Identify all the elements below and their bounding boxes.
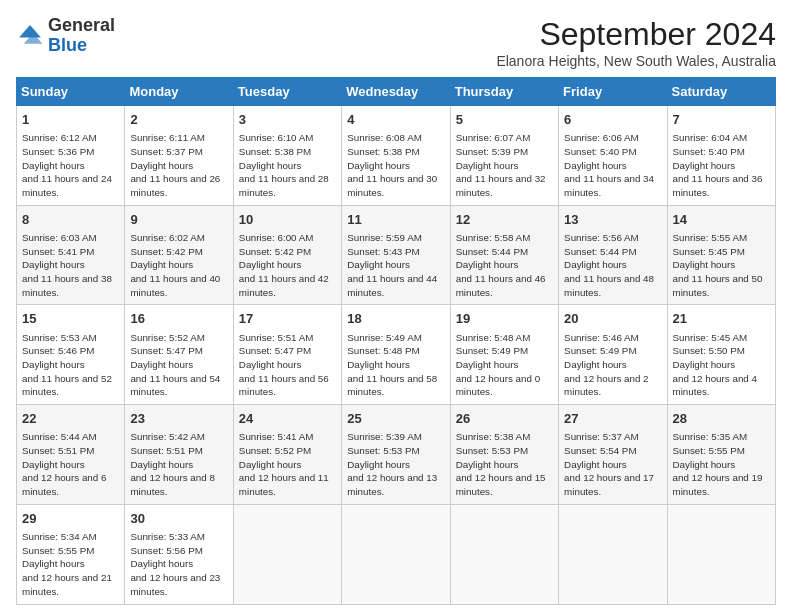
day-number: 9	[130, 211, 227, 229]
svg-marker-0	[19, 25, 41, 37]
day-number: 29	[22, 510, 119, 528]
day-number: 5	[456, 111, 553, 129]
month-title: September 2024	[496, 16, 776, 53]
cell-content: Sunrise: 6:00 AMSunset: 5:42 PMDaylight …	[239, 231, 336, 300]
day-number: 21	[673, 310, 770, 328]
calendar-cell: 23Sunrise: 5:42 AMSunset: 5:51 PMDayligh…	[125, 405, 233, 505]
day-number: 30	[130, 510, 227, 528]
calendar-cell: 26Sunrise: 5:38 AMSunset: 5:53 PMDayligh…	[450, 405, 558, 505]
day-number: 2	[130, 111, 227, 129]
calendar-cell	[233, 504, 341, 604]
day-number: 13	[564, 211, 661, 229]
calendar-cell: 4Sunrise: 6:08 AMSunset: 5:38 PMDaylight…	[342, 106, 450, 206]
calendar-cell: 13Sunrise: 5:56 AMSunset: 5:44 PMDayligh…	[559, 205, 667, 305]
day-number: 25	[347, 410, 444, 428]
cell-content: Sunrise: 6:08 AMSunset: 5:38 PMDaylight …	[347, 131, 444, 200]
calendar-cell: 8Sunrise: 6:03 AMSunset: 5:41 PMDaylight…	[17, 205, 125, 305]
calendar-cell: 15Sunrise: 5:53 AMSunset: 5:46 PMDayligh…	[17, 305, 125, 405]
cell-content: Sunrise: 5:52 AMSunset: 5:47 PMDaylight …	[130, 331, 227, 400]
cell-content: Sunrise: 6:06 AMSunset: 5:40 PMDaylight …	[564, 131, 661, 200]
calendar-cell: 28Sunrise: 5:35 AMSunset: 5:55 PMDayligh…	[667, 405, 775, 505]
day-number: 15	[22, 310, 119, 328]
calendar-cell: 2Sunrise: 6:11 AMSunset: 5:37 PMDaylight…	[125, 106, 233, 206]
cell-content: Sunrise: 5:45 AMSunset: 5:50 PMDaylight …	[673, 331, 770, 400]
calendar-cell: 29Sunrise: 5:34 AMSunset: 5:55 PMDayligh…	[17, 504, 125, 604]
cell-content: Sunrise: 5:34 AMSunset: 5:55 PMDaylight …	[22, 530, 119, 599]
day-number: 26	[456, 410, 553, 428]
title-block: September 2024 Elanora Heights, New Sout…	[496, 16, 776, 69]
page-header: General Blue September 2024 Elanora Heig…	[16, 16, 776, 69]
cell-content: Sunrise: 5:58 AMSunset: 5:44 PMDaylight …	[456, 231, 553, 300]
cell-content: Sunrise: 5:38 AMSunset: 5:53 PMDaylight …	[456, 430, 553, 499]
calendar-cell	[559, 504, 667, 604]
cell-content: Sunrise: 5:44 AMSunset: 5:51 PMDaylight …	[22, 430, 119, 499]
weekday-header-thursday: Thursday	[450, 78, 558, 106]
weekday-header-friday: Friday	[559, 78, 667, 106]
calendar-cell: 6Sunrise: 6:06 AMSunset: 5:40 PMDaylight…	[559, 106, 667, 206]
calendar-cell: 11Sunrise: 5:59 AMSunset: 5:43 PMDayligh…	[342, 205, 450, 305]
calendar-cell: 21Sunrise: 5:45 AMSunset: 5:50 PMDayligh…	[667, 305, 775, 405]
calendar-cell: 9Sunrise: 6:02 AMSunset: 5:42 PMDaylight…	[125, 205, 233, 305]
calendar-cell: 5Sunrise: 6:07 AMSunset: 5:39 PMDaylight…	[450, 106, 558, 206]
day-number: 11	[347, 211, 444, 229]
calendar-cell: 27Sunrise: 5:37 AMSunset: 5:54 PMDayligh…	[559, 405, 667, 505]
cell-content: Sunrise: 5:48 AMSunset: 5:49 PMDaylight …	[456, 331, 553, 400]
calendar-cell	[342, 504, 450, 604]
weekday-header-tuesday: Tuesday	[233, 78, 341, 106]
cell-content: Sunrise: 5:39 AMSunset: 5:53 PMDaylight …	[347, 430, 444, 499]
location-title: Elanora Heights, New South Wales, Austra…	[496, 53, 776, 69]
cell-content: Sunrise: 6:04 AMSunset: 5:40 PMDaylight …	[673, 131, 770, 200]
day-number: 1	[22, 111, 119, 129]
day-number: 20	[564, 310, 661, 328]
day-number: 28	[673, 410, 770, 428]
day-number: 18	[347, 310, 444, 328]
calendar-cell: 22Sunrise: 5:44 AMSunset: 5:51 PMDayligh…	[17, 405, 125, 505]
day-number: 7	[673, 111, 770, 129]
calendar-cell: 3Sunrise: 6:10 AMSunset: 5:38 PMDaylight…	[233, 106, 341, 206]
calendar-cell: 14Sunrise: 5:55 AMSunset: 5:45 PMDayligh…	[667, 205, 775, 305]
cell-content: Sunrise: 6:10 AMSunset: 5:38 PMDaylight …	[239, 131, 336, 200]
day-number: 19	[456, 310, 553, 328]
weekday-header-saturday: Saturday	[667, 78, 775, 106]
cell-content: Sunrise: 6:11 AMSunset: 5:37 PMDaylight …	[130, 131, 227, 200]
calendar-cell: 1Sunrise: 6:12 AMSunset: 5:36 PMDaylight…	[17, 106, 125, 206]
calendar-cell: 24Sunrise: 5:41 AMSunset: 5:52 PMDayligh…	[233, 405, 341, 505]
logo-icon	[16, 22, 44, 50]
calendar-cell: 25Sunrise: 5:39 AMSunset: 5:53 PMDayligh…	[342, 405, 450, 505]
calendar-cell: 7Sunrise: 6:04 AMSunset: 5:40 PMDaylight…	[667, 106, 775, 206]
day-number: 14	[673, 211, 770, 229]
cell-content: Sunrise: 5:51 AMSunset: 5:47 PMDaylight …	[239, 331, 336, 400]
cell-content: Sunrise: 5:53 AMSunset: 5:46 PMDaylight …	[22, 331, 119, 400]
cell-content: Sunrise: 5:55 AMSunset: 5:45 PMDaylight …	[673, 231, 770, 300]
calendar-cell: 10Sunrise: 6:00 AMSunset: 5:42 PMDayligh…	[233, 205, 341, 305]
cell-content: Sunrise: 5:46 AMSunset: 5:49 PMDaylight …	[564, 331, 661, 400]
cell-content: Sunrise: 5:42 AMSunset: 5:51 PMDaylight …	[130, 430, 227, 499]
cell-content: Sunrise: 5:56 AMSunset: 5:44 PMDaylight …	[564, 231, 661, 300]
weekday-header-sunday: Sunday	[17, 78, 125, 106]
day-number: 12	[456, 211, 553, 229]
logo-text: General Blue	[48, 16, 115, 56]
day-number: 3	[239, 111, 336, 129]
calendar-cell: 16Sunrise: 5:52 AMSunset: 5:47 PMDayligh…	[125, 305, 233, 405]
weekday-header-monday: Monday	[125, 78, 233, 106]
calendar-cell: 12Sunrise: 5:58 AMSunset: 5:44 PMDayligh…	[450, 205, 558, 305]
day-number: 4	[347, 111, 444, 129]
calendar-cell: 30Sunrise: 5:33 AMSunset: 5:56 PMDayligh…	[125, 504, 233, 604]
calendar-cell: 17Sunrise: 5:51 AMSunset: 5:47 PMDayligh…	[233, 305, 341, 405]
day-number: 16	[130, 310, 227, 328]
calendar-cell	[667, 504, 775, 604]
day-number: 6	[564, 111, 661, 129]
day-number: 24	[239, 410, 336, 428]
calendar-cell: 20Sunrise: 5:46 AMSunset: 5:49 PMDayligh…	[559, 305, 667, 405]
cell-content: Sunrise: 6:07 AMSunset: 5:39 PMDaylight …	[456, 131, 553, 200]
calendar-table: SundayMondayTuesdayWednesdayThursdayFrid…	[16, 77, 776, 605]
cell-content: Sunrise: 6:03 AMSunset: 5:41 PMDaylight …	[22, 231, 119, 300]
cell-content: Sunrise: 5:49 AMSunset: 5:48 PMDaylight …	[347, 331, 444, 400]
day-number: 17	[239, 310, 336, 328]
cell-content: Sunrise: 5:59 AMSunset: 5:43 PMDaylight …	[347, 231, 444, 300]
cell-content: Sunrise: 6:02 AMSunset: 5:42 PMDaylight …	[130, 231, 227, 300]
day-number: 27	[564, 410, 661, 428]
cell-content: Sunrise: 5:33 AMSunset: 5:56 PMDaylight …	[130, 530, 227, 599]
calendar-cell	[450, 504, 558, 604]
cell-content: Sunrise: 5:41 AMSunset: 5:52 PMDaylight …	[239, 430, 336, 499]
